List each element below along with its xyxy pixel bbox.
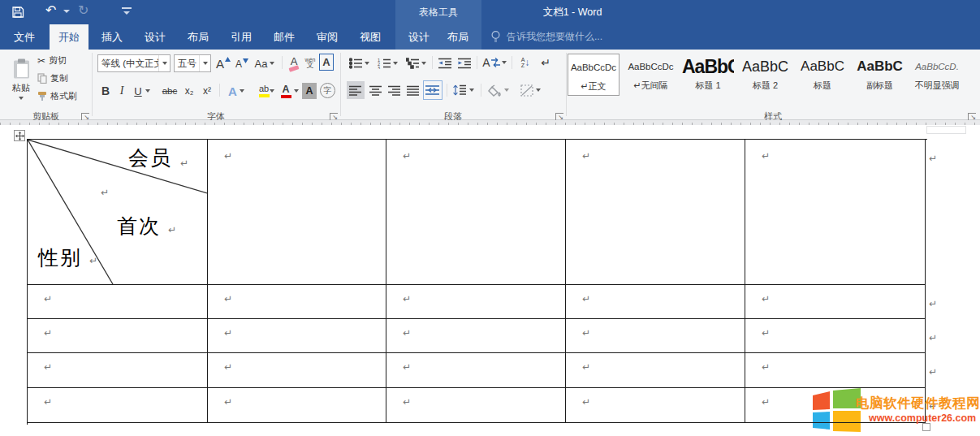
style-item-5[interactable]: AaBbC标题: [797, 54, 848, 96]
table-cell-r2c3[interactable]: ↵: [386, 285, 566, 319]
document-table[interactable]: 会员 ↵ ↵ 首次 ↵ 性别 ↵ ↵↵↵↵↵↵↵↵↵↵↵↵↵↵↵↵↵↵↵↵↵↵↵…: [27, 139, 927, 425]
style-item-4[interactable]: AaBbC标题 2: [740, 54, 792, 96]
character-shading-button[interactable]: A: [302, 83, 317, 99]
tab-开始[interactable]: 开始: [50, 24, 89, 50]
format-painter-button[interactable]: 格式刷: [37, 90, 77, 102]
diagonal-header-cell[interactable]: 会员 ↵ ↵ 首次 ↵ 性别 ↵: [28, 140, 208, 285]
grow-font-button[interactable]: A: [214, 54, 232, 73]
pilcrow-mark: ↵: [224, 328, 232, 338]
document-area[interactable]: 会员 ↵ ↵ 首次 ↵ 性别 ↵ ↵↵↵↵↵↵↵↵↵↵↵↵↵↵↵↵↵↵↵↵↵↵↵…: [0, 125, 980, 436]
tab-设计[interactable]: 设计: [136, 24, 175, 50]
change-case-button[interactable]: Aa: [253, 54, 277, 73]
align-left-button[interactable]: [347, 81, 365, 99]
shrink-font-button[interactable]: A: [234, 55, 250, 73]
redo-icon[interactable]: ↻: [78, 2, 89, 18]
table-cell-r2c5[interactable]: ↵: [745, 285, 926, 319]
justify-button[interactable]: [404, 81, 422, 99]
superscript-button[interactable]: x²: [200, 82, 214, 100]
subscript-button[interactable]: x₂: [182, 82, 196, 100]
table-cell-r3c2[interactable]: ↵: [208, 319, 386, 353]
undo-dropdown-icon[interactable]: [63, 10, 70, 13]
bullets-button[interactable]: [347, 54, 372, 71]
tab-插入[interactable]: 插入: [93, 24, 132, 50]
multilevel-list-button[interactable]: [404, 54, 429, 71]
table-cell-r3c3[interactable]: ↵: [386, 319, 566, 353]
table-cell-r2c1[interactable]: ↵: [28, 285, 208, 319]
table-resize-handle[interactable]: [922, 423, 930, 431]
borders-button[interactable]: [516, 81, 544, 99]
phonetic-guide-button[interactable]: wén 文: [303, 52, 317, 73]
table-cell-r4c4[interactable]: ↵: [566, 353, 745, 388]
tab-审阅[interactable]: 审阅: [308, 24, 347, 50]
table-cell-r4c3[interactable]: ↵: [386, 353, 566, 388]
table-cell-r4c2[interactable]: ↵: [208, 353, 386, 388]
sort-button[interactable]: A Z ↓: [516, 53, 535, 72]
highlight-dropdown-icon[interactable]: [270, 89, 274, 93]
font-color-button[interactable]: A: [278, 82, 294, 100]
font-name-combo[interactable]: 等线 (中文正文: [97, 54, 171, 72]
quick-access-more-icon[interactable]: [122, 7, 132, 17]
line-spacing-button[interactable]: [451, 81, 477, 99]
scrollbar-stub[interactable]: [926, 126, 966, 134]
pilcrow-mark: ↵: [582, 151, 590, 161]
strikethrough-button[interactable]: abc: [159, 82, 180, 100]
table-cell-r1c4[interactable]: ↵: [566, 140, 745, 285]
numbering-button[interactable]: 123: [375, 54, 400, 71]
show-marks-button[interactable]: ↵: [537, 54, 554, 71]
text-effects-button[interactable]: A: [224, 82, 248, 100]
clear-format-button[interactable]: A: [286, 54, 302, 73]
table-cell-r3c1[interactable]: ↵: [28, 319, 208, 353]
undo-icon[interactable]: ↶: [45, 2, 56, 18]
move-arrows-icon: [15, 132, 24, 140]
paste-button[interactable]: 粘贴: [5, 52, 37, 106]
decrease-indent-button[interactable]: [436, 54, 454, 71]
tab-视图[interactable]: 视图: [351, 24, 390, 50]
style-item-1[interactable]: AaBbCcDc↵正文: [568, 54, 620, 96]
table-cell-r1c2[interactable]: ↵: [208, 140, 386, 285]
italic-button[interactable]: I: [116, 82, 127, 100]
table-move-handle[interactable]: [14, 130, 25, 141]
shading-button[interactable]: [486, 81, 512, 99]
character-border-button[interactable]: A: [319, 54, 334, 71]
style-name: 标题 1: [682, 80, 734, 92]
bold-button[interactable]: B: [99, 82, 112, 100]
tab-引用[interactable]: 引用: [222, 24, 261, 50]
table-cell-r5c4[interactable]: ↵: [566, 388, 745, 423]
table-cell-r4c1[interactable]: ↵: [28, 353, 208, 388]
table-cell-r3c4[interactable]: ↵: [566, 319, 745, 353]
tell-me-box[interactable]: 告诉我您想要做什么...: [490, 24, 602, 50]
table-cell-r1c5[interactable]: ↵: [745, 140, 926, 285]
cut-button[interactable]: ✂ 剪切: [37, 54, 67, 67]
table-cell-r2c2[interactable]: ↵: [208, 285, 386, 319]
context-tab-布局[interactable]: 布局: [438, 24, 477, 50]
align-right-button[interactable]: [386, 81, 404, 99]
tab-布局[interactable]: 布局: [179, 24, 218, 50]
underline-button[interactable]: U: [130, 82, 154, 100]
table-cell-r1c3[interactable]: ↵: [386, 140, 566, 285]
enclose-characters-button[interactable]: 字: [320, 83, 335, 98]
font-size-combo[interactable]: 五号: [174, 54, 211, 72]
style-item-7[interactable]: AaBbCcD.不明显强调: [911, 54, 963, 96]
table-cell-r3c5[interactable]: ↵: [745, 319, 926, 353]
table-cell-r5c1[interactable]: ↵: [28, 388, 208, 423]
align-center-button[interactable]: [367, 81, 385, 99]
style-item-3[interactable]: AaBbC标题 1: [682, 54, 734, 96]
table-cell-r5c2[interactable]: ↵: [208, 388, 386, 423]
asian-layout-button[interactable]: A: [481, 54, 508, 71]
tab-file[interactable]: 文件: [6, 24, 42, 50]
tab-邮件[interactable]: 邮件: [265, 24, 304, 50]
style-item-6[interactable]: AaBbC副标题: [854, 54, 906, 96]
table-cell-r4c5[interactable]: ↵: [745, 353, 926, 388]
style-item-2[interactable]: AaBbCcDc↵无间隔: [625, 54, 677, 96]
distribute-button[interactable]: [423, 80, 443, 100]
table-cell-r5c3[interactable]: ↵: [386, 388, 566, 423]
grow-font-label: A: [216, 57, 224, 71]
increase-indent-button[interactable]: [455, 54, 473, 71]
context-tab-设计[interactable]: 设计: [399, 24, 438, 50]
font-color-dropdown-icon[interactable]: [294, 89, 299, 93]
pilcrow-mark: ↵: [403, 294, 411, 304]
small-separator: [432, 56, 433, 69]
copy-button[interactable]: 复制: [37, 72, 68, 84]
save-icon[interactable]: [11, 6, 24, 19]
table-cell-r2c4[interactable]: ↵: [566, 285, 745, 319]
